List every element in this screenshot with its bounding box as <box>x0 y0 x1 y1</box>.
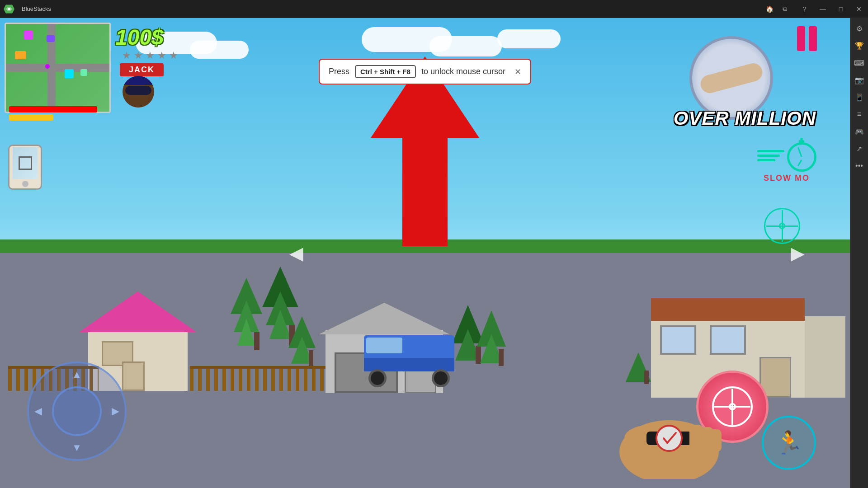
sidebar-screenshot[interactable]: 📷 <box>852 72 867 88</box>
tree-1 <box>231 278 262 391</box>
multi-instance-btn[interactable]: ⧉ <box>778 2 792 16</box>
pause-bar-right <box>809 26 817 51</box>
slow-mo-label: SLOW MO <box>764 174 810 183</box>
sidebar-more[interactable]: ••• <box>852 158 867 174</box>
cloud-5 <box>497 29 561 48</box>
sidebar-phone[interactable]: 📱 <box>852 89 867 105</box>
close-button[interactable]: ✕ <box>850 0 868 18</box>
slow-mo-line-3 <box>757 159 775 161</box>
cloud-2 <box>190 41 249 59</box>
sidebar-gamepad[interactable]: 🎮 <box>852 124 867 139</box>
pause-button[interactable] <box>791 23 823 54</box>
joy-arrow-right: ▶ <box>112 405 119 417</box>
titlebar-icons: 🏠 ⧉ <box>762 2 792 16</box>
joy-arrow-left: ◀ <box>34 405 42 417</box>
sidebar-layers[interactable]: ≡ <box>852 107 867 122</box>
pause-bar-left <box>797 26 805 51</box>
titlebar: BlueStacks 🏠 ⧉ ? — □ ✕ <box>0 0 868 18</box>
aim-button[interactable] <box>696 371 769 443</box>
titlebar-controls: ? — □ ✕ <box>796 0 868 18</box>
slow-mo-lines <box>757 150 784 161</box>
jump-button[interactable]: 🏃 <box>762 416 816 470</box>
slow-mo-line-1 <box>757 150 784 152</box>
jump-figure-icon: 🏃 <box>775 430 803 456</box>
blue-truck <box>364 335 454 389</box>
game-area: 100$ ★ ★ ★ ★ ★ JACK <box>0 18 850 488</box>
maximize-button[interactable]: □ <box>832 0 850 18</box>
bluestacks-logo <box>0 0 18 18</box>
crosshair-right-button[interactable] <box>764 208 800 244</box>
aim-crosshair <box>712 386 753 427</box>
sidebar-trophy[interactable]: 🏆 <box>852 38 867 53</box>
sidebar-settings[interactable]: ⚙ <box>852 21 867 36</box>
joystick-outer-ring: ▲ ▼ ◀ ▶ <box>27 361 127 461</box>
nav-left-button[interactable]: ◀ <box>289 243 303 263</box>
slow-mo-button[interactable]: SLOW MO <box>750 136 823 190</box>
slow-mo-line-2 <box>757 155 780 157</box>
aim-ch-vertical <box>731 389 733 425</box>
big-circle-button[interactable] <box>689 36 773 120</box>
cloud-4 <box>429 36 502 56</box>
grass-strip <box>0 239 850 253</box>
joystick-control[interactable]: ▲ ▼ ◀ ▶ <box>27 361 127 461</box>
circle-inner-graphic <box>698 61 764 95</box>
slow-mo-wrapper <box>757 142 816 172</box>
tree-5 <box>477 310 506 393</box>
notif-close-button[interactable]: ✕ <box>514 67 521 77</box>
joy-arrow-down: ▼ <box>72 442 82 454</box>
tree-6 <box>626 352 651 395</box>
sidebar-share[interactable]: ↗ <box>852 141 867 156</box>
right-sidebar: ⚙ 🏆 ⌨ 📷 📱 ≡ 🎮 ↗ ••• <box>850 18 868 488</box>
ch-vertical <box>782 210 783 242</box>
help-button[interactable]: ? <box>796 0 814 18</box>
joystick-arrows: ▲ ▼ ◀ ▶ <box>29 363 125 459</box>
joy-arrow-up: ▲ <box>72 369 82 380</box>
tree-3 <box>288 316 316 391</box>
sidebar-keyboard[interactable]: ⌨ <box>852 55 867 70</box>
app-title: BlueStacks <box>22 5 762 12</box>
nav-right-button[interactable]: ▶ <box>791 243 805 263</box>
minimize-button[interactable]: — <box>814 0 832 18</box>
home-btn[interactable]: 🏠 <box>762 2 777 16</box>
slow-mo-clock <box>787 142 816 172</box>
